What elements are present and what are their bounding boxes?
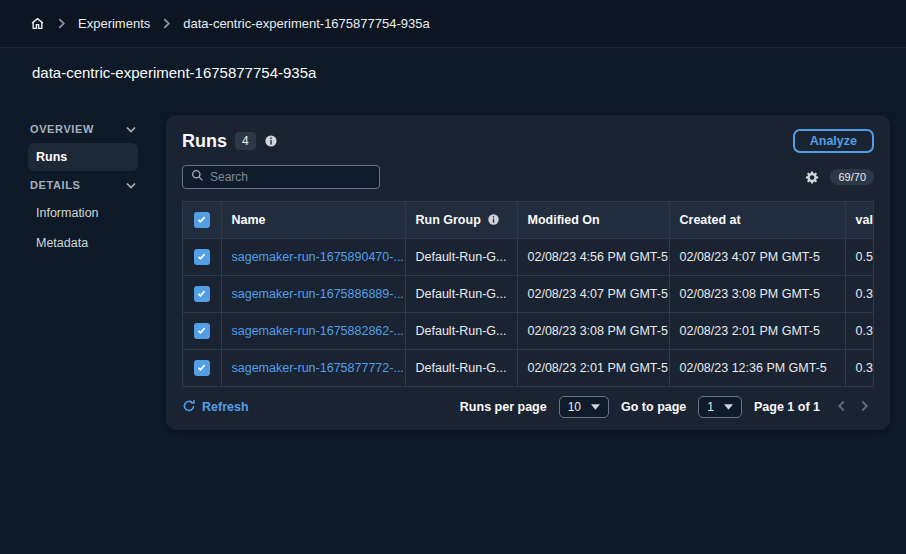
info-icon[interactable] bbox=[487, 213, 500, 226]
table-row: sagemaker-run-1675882862-... Default-Run… bbox=[183, 312, 874, 349]
run-group-cell: Default-Run-G... bbox=[405, 312, 517, 349]
breadcrumb-experiments[interactable]: Experiments bbox=[78, 16, 150, 31]
page-title: data-centric-experiment-1675877754-935a bbox=[0, 48, 906, 81]
gear-icon[interactable] bbox=[805, 170, 820, 185]
caret-down-icon bbox=[724, 404, 733, 410]
runs-per-page-value: 10 bbox=[568, 400, 581, 414]
chevron-right-icon bbox=[162, 18, 171, 29]
runs-panel: Runs 4 Analyze 69/70 bbox=[166, 115, 890, 430]
val-cell: 0.3 bbox=[845, 275, 874, 312]
column-header-val: val bbox=[845, 202, 874, 238]
table-row: sagemaker-run-1675886889-... Default-Run… bbox=[183, 275, 874, 312]
home-icon[interactable] bbox=[30, 16, 45, 31]
sidebar-item-metadata[interactable]: Metadata bbox=[28, 229, 138, 257]
modified-on-cell: 02/08/23 3:08 PM GMT-5 bbox=[517, 312, 669, 349]
val-cell: 0.5 bbox=[845, 238, 874, 275]
refresh-label: Refresh bbox=[202, 400, 249, 414]
modified-on-cell: 02/08/23 4:07 PM GMT-5 bbox=[517, 275, 669, 312]
sidebar: OVERVIEW Runs DETAILS Information Metada… bbox=[28, 117, 138, 259]
table-row: sagemaker-run-1675877772-... Default-Run… bbox=[183, 349, 874, 386]
created-at-cell: 02/08/23 12:36 PM GMT-5 bbox=[669, 349, 845, 386]
run-name-link[interactable]: sagemaker-run-1675890470-... bbox=[232, 250, 404, 264]
run-group-cell: Default-Run-G... bbox=[405, 238, 517, 275]
row-checkbox[interactable] bbox=[194, 249, 210, 265]
select-all-checkbox[interactable] bbox=[194, 212, 210, 228]
row-checkbox[interactable] bbox=[194, 323, 210, 339]
runs-table: Name Run Group Modified On Created at v bbox=[182, 201, 874, 387]
created-at-cell: 02/08/23 4:07 PM GMT-5 bbox=[669, 238, 845, 275]
run-group-cell: Default-Run-G... bbox=[405, 349, 517, 386]
search-input[interactable] bbox=[210, 170, 371, 184]
runs-count-badge: 4 bbox=[235, 132, 256, 150]
goto-page-value: 1 bbox=[707, 400, 714, 414]
sidebar-section-details[interactable]: DETAILS bbox=[28, 173, 138, 197]
page-info: Page 1 of 1 bbox=[754, 400, 820, 414]
sidebar-item-runs[interactable]: Runs bbox=[28, 143, 138, 171]
runs-per-page-select[interactable]: 10 bbox=[559, 396, 609, 418]
analyze-button[interactable]: Analyze bbox=[793, 129, 874, 153]
runs-per-page-label: Runs per page bbox=[460, 400, 547, 414]
run-group-cell: Default-Run-G... bbox=[405, 275, 517, 312]
breadcrumb-current: data-centric-experiment-1675877754-935a bbox=[183, 16, 429, 31]
sidebar-section-label: OVERVIEW bbox=[30, 123, 94, 135]
chevron-down-icon bbox=[126, 182, 136, 189]
sidebar-section-label: DETAILS bbox=[30, 179, 80, 191]
search-icon bbox=[191, 169, 204, 185]
previous-page-button[interactable] bbox=[832, 397, 851, 417]
row-checkbox[interactable] bbox=[194, 286, 210, 302]
column-header-run-group: Run Group bbox=[405, 202, 517, 238]
search-box bbox=[182, 165, 380, 189]
run-name-link[interactable]: sagemaker-run-1675877772-... bbox=[232, 361, 404, 375]
chevron-down-icon bbox=[126, 126, 136, 133]
info-icon[interactable] bbox=[264, 134, 278, 148]
created-at-cell: 02/08/23 2:01 PM GMT-5 bbox=[669, 312, 845, 349]
breadcrumb: Experiments data-centric-experiment-1675… bbox=[0, 0, 906, 48]
val-cell: 0.3 bbox=[845, 312, 874, 349]
refresh-icon bbox=[182, 399, 196, 416]
run-name-link[interactable]: sagemaker-run-1675882862-... bbox=[232, 324, 404, 338]
table-header-row: Name Run Group Modified On Created at v bbox=[183, 202, 874, 238]
row-checkbox[interactable] bbox=[194, 360, 210, 376]
modified-on-cell: 02/08/23 4:56 PM GMT-5 bbox=[517, 238, 669, 275]
sidebar-section-overview[interactable]: OVERVIEW bbox=[28, 117, 138, 141]
column-header-name: Name bbox=[221, 202, 405, 238]
next-page-button[interactable] bbox=[855, 397, 874, 417]
run-name-link[interactable]: sagemaker-run-1675886889-... bbox=[232, 287, 404, 301]
sidebar-item-information[interactable]: Information bbox=[28, 199, 138, 227]
chevron-right-icon bbox=[57, 18, 66, 29]
resource-counter-badge: 69/70 bbox=[830, 169, 874, 185]
goto-page-label: Go to page bbox=[621, 400, 686, 414]
modified-on-cell: 02/08/23 2:01 PM GMT-5 bbox=[517, 349, 669, 386]
column-header-label: Run Group bbox=[416, 213, 481, 227]
column-header-modified-on: Modified On bbox=[517, 202, 669, 238]
goto-page-select[interactable]: 1 bbox=[698, 396, 742, 418]
created-at-cell: 02/08/23 3:08 PM GMT-5 bbox=[669, 275, 845, 312]
refresh-button[interactable]: Refresh bbox=[182, 399, 249, 416]
column-header-created-at: Created at bbox=[669, 202, 845, 238]
runs-title: Runs bbox=[182, 131, 227, 152]
caret-down-icon bbox=[591, 404, 600, 410]
table-row: sagemaker-run-1675890470-... Default-Run… bbox=[183, 238, 874, 275]
val-cell: 0.3 bbox=[845, 349, 874, 386]
